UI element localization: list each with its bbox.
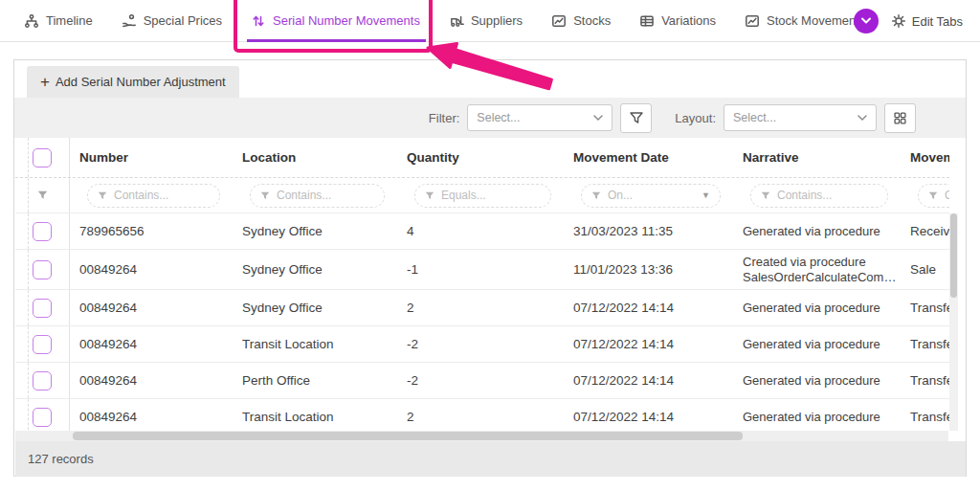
tab-stock-movements[interactable]: Stock Movements [745,0,865,42]
tab-label: Timeline [46,13,93,28]
grid-squares-icon [893,111,907,125]
column-header-movement-type[interactable]: Movement Type [901,138,949,177]
funnel-icon [425,191,434,200]
layout-select[interactable]: Select... [724,104,877,131]
cell-movement-type: Transfer [901,290,949,325]
narrative-line1: Created via procedure [743,255,901,269]
row-checkbox[interactable] [33,222,52,241]
apply-filter-button[interactable] [620,103,652,133]
chevron-down-icon [858,115,867,121]
cell-number: 00849264 [70,250,233,289]
tab-variations[interactable]: Variations [639,0,716,42]
table-row[interactable]: 00849264 Perth Office -2 07/12/2022 14:1… [15,363,949,399]
tab-label: Stock Movements [767,13,865,28]
table-row[interactable]: 00849264 Sydney Office -1 11/01/2023 13:… [15,250,949,290]
layout-label: Layout: [675,111,716,125]
funnel-icon [260,191,270,200]
row-checkbox[interactable] [33,371,52,391]
cell-movement-type: Sale [901,250,949,289]
cell-number: 00849264 [70,290,233,325]
cell-quantity: -2 [397,363,564,398]
row-checkbox[interactable] [33,299,52,318]
filter-input-quantity[interactable]: Equals... [414,184,551,208]
chevron-down-icon [860,17,872,25]
row-checkbox[interactable] [33,335,52,354]
cell-location: Perth Office [233,363,397,398]
tab-overflow-button[interactable] [854,9,879,33]
vertical-scrollbar-thumb[interactable] [950,213,957,298]
cell-movement-date: 07/12/2022 14:14 [564,326,733,362]
cell-quantity: -2 [397,326,564,362]
narrative-line2: SalesOrderCalculateCommitt... [743,270,901,284]
grid-footer: 127 records [15,441,966,477]
cell-location: Sydney Office [233,250,397,289]
table-grid-icon [639,13,655,29]
tab-special-prices[interactable]: Special Prices [122,0,222,42]
column-header-narrative[interactable]: Narrative [733,138,901,177]
filter-input-narrative[interactable]: Contains... [750,184,888,208]
edit-tabs-label: Edit Tabs [912,14,963,29]
cell-number: 789965656 [70,213,233,249]
table-row[interactable]: 00849264 Transit Location -2 07/12/2022 … [15,326,949,363]
row-checkbox[interactable] [33,408,52,427]
layout-select-value: Select... [733,111,776,124]
column-header-quantity[interactable]: Quantity [397,138,564,177]
layout-grid-button[interactable] [884,103,916,133]
cell-number: 00849264 [70,326,233,362]
line-chart-icon [551,13,567,29]
row-checkbox[interactable] [33,260,52,279]
filter-placeholder: Contains... [945,189,949,202]
column-header-location[interactable]: Location [233,138,397,177]
cell-location: Transit Location [233,399,397,431]
serial-movements-grid: Number Location Quantity Movement Date N… [15,138,949,431]
add-button-label: Add Serial Number Adjustment [56,75,226,89]
filter-input-movement-date[interactable]: On... ▼ [581,184,721,208]
plus-icon: + [40,74,50,90]
caret-down-icon: ▼ [702,190,710,200]
funnel-icon [591,191,601,200]
filter-input-number[interactable]: Contains... [87,184,220,208]
funnel-icon[interactable] [37,190,48,200]
tab-label: Stocks [573,13,611,28]
select-all-checkbox[interactable] [33,148,52,167]
chevron-down-icon [593,115,603,121]
cell-movement-date: 11/01/2023 13:36 [564,250,733,289]
filter-select[interactable]: Select... [467,104,612,131]
tab-label: Special Prices [144,13,222,28]
horizontal-scrollbar[interactable] [15,431,948,441]
sort-arrows-icon [251,13,266,29]
grid-toolbar: Filter: Select... Layout: Select... [14,98,966,138]
gear-icon [891,13,906,29]
funnel-icon [761,191,770,200]
cell-quantity: 4 [397,213,564,249]
funnel-icon [629,111,644,125]
table-row[interactable]: 00849264 Transit Location 2 07/12/2022 1… [15,399,949,431]
cell-location: Sydney Office [233,290,397,325]
serial-number-movements-panel: + Add Serial Number Adjustment Filter: S… [13,59,967,477]
tab-suppliers[interactable]: Suppliers [449,0,523,42]
vertical-scrollbar[interactable] [949,213,958,431]
tab-serial-number-movements[interactable]: Serial Number Movements [251,0,420,42]
cell-narrative: Generated via procedure [733,399,901,431]
grid-filter-row: Contains... Contains... Equals... On... … [15,178,949,213]
cell-number: 00849264 [70,399,233,431]
table-row[interactable]: 00849264 Sydney Office 2 07/12/2022 14:1… [15,290,949,326]
column-header-number[interactable]: Number [70,138,233,177]
column-header-movement-date[interactable]: Movement Date [564,138,733,177]
filter-input-movement-type[interactable]: Contains... [918,184,949,208]
filter-input-location[interactable]: Contains... [250,184,385,208]
cell-movement-date: 31/03/2023 11:35 [564,213,733,249]
tab-bar: Timeline Special Prices Serial Number Mo… [0,0,980,42]
tab-stocks[interactable]: Stocks [551,0,611,42]
tab-actions: Edit Tabs [854,0,963,42]
tab-timeline[interactable]: Timeline [24,0,93,42]
funnel-icon [98,191,107,200]
sitemap-icon [24,13,39,29]
horizontal-scrollbar-thumb[interactable] [73,432,743,440]
filter-select-value: Select... [477,111,520,124]
table-row[interactable]: 789965656 Sydney Office 4 31/03/2023 11:… [15,213,949,250]
add-serial-number-adjustment-button[interactable]: + Add Serial Number Adjustment [27,66,239,98]
edit-tabs-button[interactable]: Edit Tabs [891,13,963,29]
cell-quantity: 2 [397,290,564,325]
filter-placeholder: Equals... [441,189,486,202]
